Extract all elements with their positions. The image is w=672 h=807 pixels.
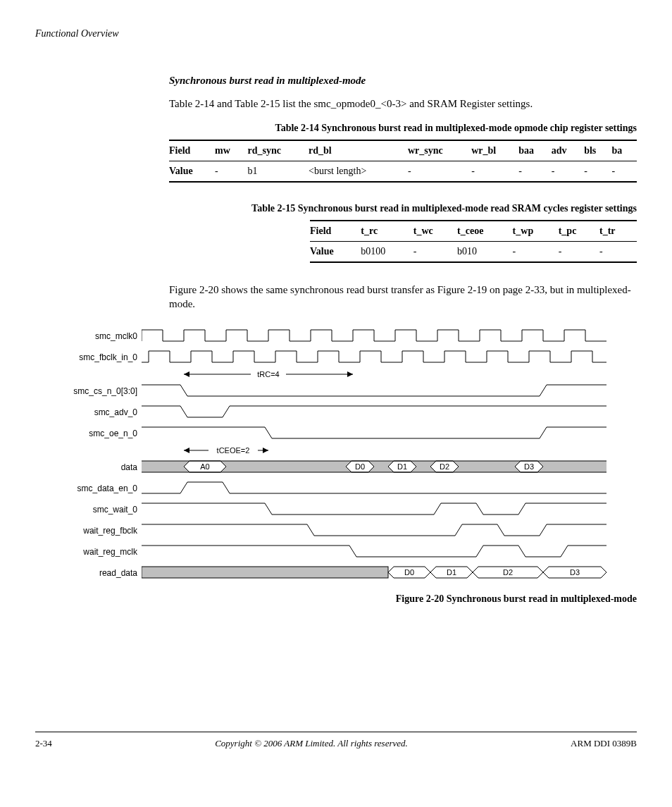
table-14-val: - [518,161,551,183]
table-14-col: rd_bl [309,140,408,161]
table-14-val: b1 [248,161,309,183]
table-15-val: - [513,242,559,263]
table-14-value-label: Value [169,161,215,183]
bus-wave-icon: D0 D1 D2 D3 [142,562,606,584]
footer-doc-id: ARM DDI 0389B [571,738,637,749]
table-15-col: t_wc [413,221,457,242]
svg-text:D3: D3 [570,568,580,577]
line-wave-icon [142,423,606,444]
table-14-col: mw [215,140,247,161]
table-14-val: - [408,161,471,183]
figure-reference-paragraph: Figure 2-20 shows the same synchronous r… [169,283,637,312]
table-14-col: rd_sync [248,140,309,161]
figure-20-caption: Figure 2-20 Synchronous burst read in mu… [169,593,637,605]
line-wave-icon [142,478,606,499]
table-14-caption: Table 2-14 Synchronous burst read in mul… [169,122,637,135]
table-15-col: t_pc [559,221,599,242]
table-14-col: ba [611,140,637,161]
table-14-val: - [552,161,584,183]
annotation-trc: tRC=4 [142,368,606,381]
line-wave-icon [142,520,606,541]
svg-text:D1: D1 [447,568,456,577]
table-14: Field mw rd_sync rd_bl wr_sync wr_bl baa… [169,140,637,183]
table-14-val: - [215,161,247,183]
clock-wave-icon [142,347,606,368]
svg-text:tCEOE=2: tCEOE=2 [217,446,250,455]
signal-label: read_data [35,568,142,578]
running-header: Functional Overview [35,28,637,39]
table-14-val: - [611,161,637,183]
table-14-col: bls [584,140,611,161]
table-15: Field t_rc t_wc t_ceoe t_wp t_pc t_tr Va… [310,220,637,263]
signal-label: smc_wait_0 [35,505,142,515]
signal-label: smc_mclk0 [35,331,142,341]
table-14-col: wr_bl [471,140,518,161]
page-footer: 2-34 Copyright © 2006 ARM Limited. All r… [35,732,637,749]
table-15-value-label: Value [310,242,361,263]
table-15-val: b0100 [361,242,413,263]
table-14-field-label: Field [169,140,215,161]
signal-label: smc_cs_n_0[3:0] [35,386,142,396]
table-15-val: b010 [457,242,513,263]
svg-text:D3: D3 [524,462,534,471]
svg-text:D0: D0 [404,568,414,577]
svg-text:D1: D1 [397,462,407,471]
annotation-tceoe: tCEOE=2 [142,444,606,457]
bus-wave-icon: A0 D0 D1 D2 D3 [142,457,606,478]
table-15-col: t_wp [513,221,559,242]
table-15-col: t_tr [599,221,637,242]
table-14-col: baa [518,140,551,161]
table-15-val: - [599,242,637,263]
footer-page-number: 2-34 [35,738,52,749]
intro-paragraph: Table 2-14 and Table 2-15 list the smc_o… [169,97,637,111]
line-wave-icon [142,402,606,423]
table-14-val: - [584,161,611,183]
signal-label: wait_reg_fbclk [35,526,142,536]
section-heading: Synchronous burst read in multiplexed-mo… [169,75,637,87]
clock-wave-icon [142,326,606,347]
svg-rect-21 [142,460,606,461]
table-15-field-label: Field [310,221,361,242]
svg-marker-7 [263,448,268,453]
line-wave-icon [142,499,606,520]
signal-label: smc_oe_n_0 [35,429,142,438]
svg-text:tRC=4: tRC=4 [257,370,280,378]
signal-label: smc_data_en_0 [35,483,142,493]
svg-text:D2: D2 [503,568,513,577]
signal-label: data [35,462,142,472]
table-15-caption: Table 2-15 Synchronous burst read in mul… [169,202,637,216]
footer-copyright: Copyright © 2006 ARM Limited. All rights… [215,738,408,749]
table-15-col: t_ceoe [457,221,513,242]
svg-rect-23 [142,567,388,578]
line-wave-icon [142,541,606,562]
svg-text:A0: A0 [200,462,209,471]
table-14-val: - [471,161,518,183]
table-14-col: adv [552,140,584,161]
signal-label: smc_fbclk_in_0 [35,352,142,362]
table-14-val: <burst length> [309,161,408,183]
svg-marker-1 [184,371,189,377]
svg-marker-6 [184,448,189,453]
signal-label: smc_adv_0 [35,407,142,417]
svg-rect-22 [142,472,606,472]
table-15-col: t_rc [361,221,413,242]
signal-label: wait_reg_mclk [35,547,142,557]
timing-diagram: smc_mclk0 smc_fbclk_in_0 tRC=4 [35,326,637,584]
table-14-col: wr_sync [408,140,471,161]
svg-marker-2 [347,371,353,377]
table-15-val: - [559,242,599,263]
table-15-val: - [413,242,457,263]
line-wave-icon [142,381,606,402]
svg-text:D2: D2 [440,462,449,471]
svg-text:D0: D0 [355,462,365,471]
